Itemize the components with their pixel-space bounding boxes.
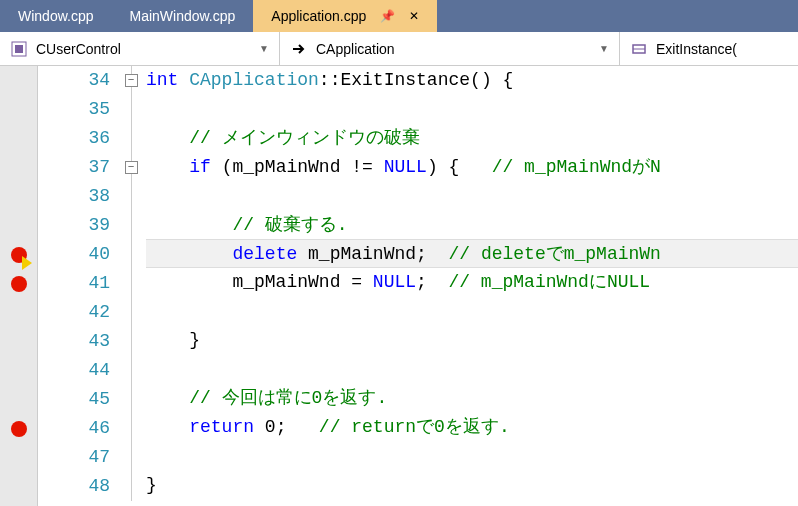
breakpoint-slot[interactable] — [0, 269, 37, 298]
chevron-down-icon: ▼ — [259, 43, 269, 54]
line-number: 34 — [38, 66, 110, 95]
breakpoint-slot[interactable] — [0, 211, 37, 240]
line-number: 39 — [38, 211, 110, 240]
scope-icon — [10, 40, 28, 58]
tab-application-cpp[interactable]: Application.cpp 📌 ✕ — [253, 0, 437, 32]
code-line[interactable]: return 0; // returnで0を返す. — [146, 413, 798, 442]
arrow-right-icon — [290, 40, 308, 58]
fold-slot[interactable] — [116, 385, 146, 414]
code-line[interactable] — [146, 442, 798, 471]
line-number: 48 — [38, 472, 110, 501]
fold-slot[interactable] — [116, 269, 146, 298]
code-line[interactable] — [146, 95, 798, 124]
breakpoint-slot[interactable] — [0, 356, 37, 385]
code-area[interactable]: int CApplication::ExitInstance() { // メイ… — [146, 66, 798, 506]
tab-window-cpp[interactable]: Window.cpp — [0, 0, 111, 32]
breakpoint-slot[interactable] — [0, 182, 37, 211]
code-line[interactable]: // メインウィンドウの破棄 — [146, 124, 798, 153]
breakpoint-slot[interactable] — [0, 443, 37, 472]
line-number: 47 — [38, 443, 110, 472]
fold-gutter[interactable]: −− — [116, 66, 146, 506]
breakpoint-slot[interactable] — [0, 66, 37, 95]
line-number: 38 — [38, 182, 110, 211]
code-line[interactable] — [146, 182, 798, 211]
code-line[interactable]: if (m_pMainWnd != NULL) { // m_pMainWndが… — [146, 153, 798, 182]
line-number: 37 — [38, 153, 110, 182]
tab-mainwindow-cpp[interactable]: MainWindow.cpp — [111, 0, 253, 32]
fold-slot[interactable] — [116, 356, 146, 385]
line-number: 40 — [38, 240, 110, 269]
line-number: 43 — [38, 327, 110, 356]
fold-collapse-icon[interactable]: − — [125, 161, 138, 174]
breakpoint-slot[interactable] — [0, 153, 37, 182]
code-line[interactable]: // 破棄する. — [146, 211, 798, 240]
breakpoint-slot[interactable] — [0, 124, 37, 153]
code-line[interactable]: delete m_pMainWnd; // deleteでm_pMainWn — [146, 239, 798, 268]
tab-bar: Window.cpp MainWindow.cpp Application.cp… — [0, 0, 798, 32]
breakpoint-slot[interactable] — [0, 414, 37, 443]
breakpoint-slot[interactable] — [0, 472, 37, 501]
pin-icon[interactable]: 📌 — [380, 9, 395, 23]
line-number: 41 — [38, 269, 110, 298]
fold-slot[interactable]: − — [116, 153, 146, 182]
fold-slot[interactable] — [116, 182, 146, 211]
member-selector[interactable]: ExitInstance( — [620, 32, 798, 65]
fold-slot[interactable] — [116, 211, 146, 240]
breakpoint-slot[interactable] — [0, 240, 37, 269]
class-selector[interactable]: CApplication ▼ — [280, 32, 620, 65]
chevron-down-icon: ▼ — [599, 43, 609, 54]
breakpoint-slot[interactable] — [0, 298, 37, 327]
breakpoint-icon[interactable] — [11, 421, 27, 437]
close-icon[interactable]: ✕ — [409, 9, 419, 23]
line-number: 36 — [38, 124, 110, 153]
line-number: 46 — [38, 414, 110, 443]
fold-collapse-icon[interactable]: − — [125, 74, 138, 87]
fold-slot[interactable] — [116, 327, 146, 356]
line-number-gutter: 343536373839404142434445464748 — [38, 66, 116, 506]
scope-selector[interactable]: CUserControl ▼ — [0, 32, 280, 65]
fold-slot[interactable] — [116, 298, 146, 327]
svg-rect-1 — [15, 45, 23, 53]
line-number: 42 — [38, 298, 110, 327]
code-line[interactable]: m_pMainWnd = NULL; // m_pMainWndにNULL — [146, 268, 798, 297]
breakpoint-icon[interactable] — [11, 276, 27, 292]
method-icon — [630, 40, 648, 58]
code-line[interactable]: } — [146, 326, 798, 355]
code-line[interactable]: } — [146, 471, 798, 500]
breakpoint-slot[interactable] — [0, 385, 37, 414]
fold-slot[interactable] — [116, 95, 146, 124]
code-editor[interactable]: 343536373839404142434445464748 −− int CA… — [0, 66, 798, 506]
fold-slot[interactable] — [116, 443, 146, 472]
fold-slot[interactable]: − — [116, 66, 146, 95]
breakpoint-slot[interactable] — [0, 327, 37, 356]
code-line[interactable]: // 今回は常に0を返す. — [146, 384, 798, 413]
code-line[interactable] — [146, 297, 798, 326]
code-line[interactable] — [146, 355, 798, 384]
navigation-bar: CUserControl ▼ CApplication ▼ ExitInstan… — [0, 32, 798, 66]
fold-slot[interactable] — [116, 240, 146, 269]
breakpoint-gutter[interactable] — [0, 66, 38, 506]
fold-slot[interactable] — [116, 414, 146, 443]
line-number: 44 — [38, 356, 110, 385]
code-line[interactable]: int CApplication::ExitInstance() { — [146, 66, 798, 95]
breakpoint-slot[interactable] — [0, 95, 37, 124]
fold-slot[interactable] — [116, 124, 146, 153]
fold-slot[interactable] — [116, 472, 146, 501]
line-number: 35 — [38, 95, 110, 124]
line-number: 45 — [38, 385, 110, 414]
